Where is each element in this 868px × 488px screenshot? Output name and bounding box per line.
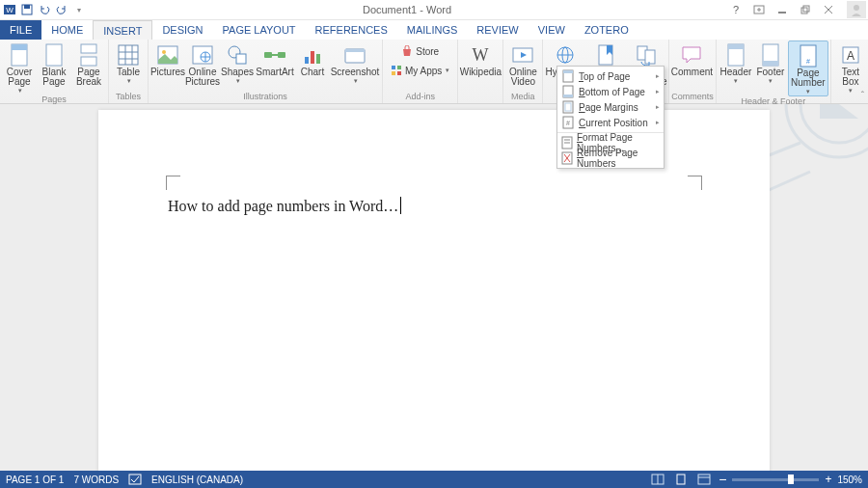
ribbon-options-icon[interactable] bbox=[750, 2, 768, 17]
status-proofing-icon[interactable] bbox=[128, 474, 142, 485]
window-title: Document1 - Word bbox=[87, 4, 727, 15]
tab-view[interactable]: VIEW bbox=[529, 20, 575, 40]
svg-rect-7 bbox=[803, 6, 809, 12]
svg-rect-32 bbox=[311, 51, 314, 64]
zoom-in-button[interactable]: + bbox=[825, 473, 831, 486]
group-illustrations: Pictures Online Pictures Shapes▾ SmartAr… bbox=[149, 40, 383, 103]
zoom-level[interactable]: 150% bbox=[837, 474, 862, 485]
footer-button[interactable]: Footer▾ bbox=[753, 41, 788, 85]
help-icon[interactable]: ? bbox=[727, 2, 745, 17]
svg-rect-74 bbox=[563, 95, 573, 97]
shapes-button[interactable]: Shapes▾ bbox=[220, 41, 255, 85]
text-box-button[interactable]: AText Box▾ bbox=[833, 41, 868, 95]
chart-button[interactable]: Chart bbox=[295, 41, 330, 77]
margin-marker-tl bbox=[166, 176, 180, 190]
group-header-footer: Header▾ Footer▾ #Page Number▾ Header & F… bbox=[717, 40, 831, 103]
menu-bottom-of-page[interactable]: Bottom of Page▸ bbox=[557, 84, 664, 99]
tab-references[interactable]: REFERENCES bbox=[306, 20, 397, 40]
menu-page-margins[interactable]: Page Margins▸ bbox=[557, 99, 664, 115]
svg-point-86 bbox=[786, 104, 868, 157]
svg-rect-95 bbox=[698, 474, 710, 484]
group-pages: Cover Page▾ Blank Page Page Break Pages bbox=[0, 40, 109, 103]
online-video-icon bbox=[509, 42, 536, 68]
tab-mailings[interactable]: MAILINGS bbox=[397, 20, 468, 40]
table-icon bbox=[115, 42, 142, 68]
quick-access-toolbar: W ▾ bbox=[2, 2, 87, 17]
svg-rect-6 bbox=[801, 8, 807, 14]
cover-page-button[interactable]: Cover Page▾ bbox=[2, 41, 37, 95]
zoom-slider[interactable] bbox=[732, 478, 819, 481]
tab-page-layout[interactable]: PAGE LAYOUT bbox=[213, 20, 306, 40]
zoom-out-button[interactable]: − bbox=[719, 474, 726, 484]
menu-top-of-page[interactable]: Top of Page▸ bbox=[557, 68, 664, 84]
svg-rect-36 bbox=[392, 66, 395, 69]
svg-rect-49 bbox=[728, 44, 744, 49]
tab-file[interactable]: FILE bbox=[0, 20, 41, 40]
group-media: Online Video Media bbox=[503, 40, 543, 103]
cross-reference-icon bbox=[633, 42, 660, 68]
svg-rect-51 bbox=[763, 61, 778, 66]
screenshot-button[interactable]: Screenshot▾ bbox=[330, 41, 380, 85]
redo-icon[interactable] bbox=[54, 2, 69, 17]
my-apps-button[interactable]: My Apps▾ bbox=[389, 64, 451, 77]
view-print-layout-icon[interactable] bbox=[672, 473, 690, 486]
page-break-button[interactable]: Page Break bbox=[71, 41, 106, 87]
undo-icon[interactable] bbox=[37, 2, 52, 17]
svg-rect-15 bbox=[81, 57, 96, 66]
document-workspace: How to add page numbers in Word… bbox=[0, 104, 868, 471]
zoom-slider-thumb[interactable] bbox=[788, 474, 794, 484]
save-icon[interactable] bbox=[19, 2, 35, 17]
pictures-button[interactable]: Pictures bbox=[150, 41, 185, 77]
cover-page-icon bbox=[6, 42, 33, 68]
top-of-page-icon bbox=[561, 69, 575, 83]
blank-page-button[interactable]: Blank Page bbox=[37, 41, 71, 87]
document-body-text[interactable]: How to add page numbers in Word… bbox=[168, 197, 401, 215]
qat-customize-icon[interactable]: ▾ bbox=[71, 2, 87, 17]
svg-rect-12 bbox=[12, 44, 27, 50]
svg-rect-3 bbox=[24, 5, 30, 9]
view-read-mode-icon[interactable] bbox=[649, 473, 666, 486]
store-button[interactable]: Store bbox=[399, 44, 441, 58]
view-web-layout-icon[interactable] bbox=[695, 473, 713, 486]
document-page[interactable]: How to add page numbers in Word… bbox=[98, 110, 770, 471]
my-apps-icon bbox=[391, 65, 402, 76]
wikipedia-icon: W bbox=[467, 42, 494, 68]
menu-remove-page-numbers[interactable]: Remove Page Numbers bbox=[557, 150, 664, 166]
page-number-button[interactable]: #Page Number▾ bbox=[788, 41, 828, 96]
close-icon[interactable] bbox=[820, 2, 837, 17]
svg-text:#: # bbox=[566, 120, 570, 126]
online-pictures-button[interactable]: Online Pictures bbox=[185, 41, 220, 87]
tab-insert[interactable]: INSERT bbox=[93, 20, 152, 40]
status-page[interactable]: PAGE 1 OF 1 bbox=[6, 474, 64, 485]
svg-text:#: # bbox=[806, 58, 810, 65]
tab-home[interactable]: HOME bbox=[41, 20, 93, 40]
header-button[interactable]: Header▾ bbox=[719, 41, 753, 85]
smartart-button[interactable]: SmartArt bbox=[255, 41, 295, 77]
page-margins-icon bbox=[561, 100, 575, 114]
collapse-ribbon-icon[interactable]: ˆ bbox=[861, 91, 864, 101]
status-language[interactable]: ENGLISH (CANADA) bbox=[151, 474, 243, 485]
group-comments: Comment Comments bbox=[669, 40, 717, 103]
status-word-count[interactable]: 7 WORDS bbox=[73, 474, 119, 485]
restore-icon[interactable] bbox=[797, 2, 814, 17]
svg-rect-72 bbox=[563, 70, 573, 73]
svg-rect-13 bbox=[46, 44, 62, 66]
online-video-button[interactable]: Online Video bbox=[505, 41, 540, 87]
user-avatar[interactable] bbox=[847, 1, 866, 18]
wikipedia-button[interactable]: WWikipedia bbox=[460, 41, 501, 77]
shapes-icon bbox=[224, 42, 251, 68]
pictures-icon bbox=[154, 42, 181, 68]
table-button[interactable]: Table▾ bbox=[111, 41, 146, 85]
minimize-icon[interactable] bbox=[773, 2, 791, 17]
menu-current-position[interactable]: #Current Position▸ bbox=[557, 115, 664, 130]
tab-review[interactable]: REVIEW bbox=[467, 20, 528, 40]
tab-zotero[interactable]: ZOTERO bbox=[575, 20, 638, 40]
comment-button[interactable]: Comment bbox=[671, 41, 712, 77]
group-tables: Table▾ Tables bbox=[109, 40, 149, 103]
remove-page-numbers-icon bbox=[561, 151, 573, 165]
word-app-icon[interactable]: W bbox=[2, 2, 17, 17]
ribbon-tabs: FILE HOME INSERT DESIGN PAGE LAYOUT REFE… bbox=[0, 20, 868, 40]
tab-design[interactable]: DESIGN bbox=[152, 20, 212, 40]
footer-icon bbox=[757, 42, 784, 68]
svg-rect-35 bbox=[345, 49, 365, 52]
